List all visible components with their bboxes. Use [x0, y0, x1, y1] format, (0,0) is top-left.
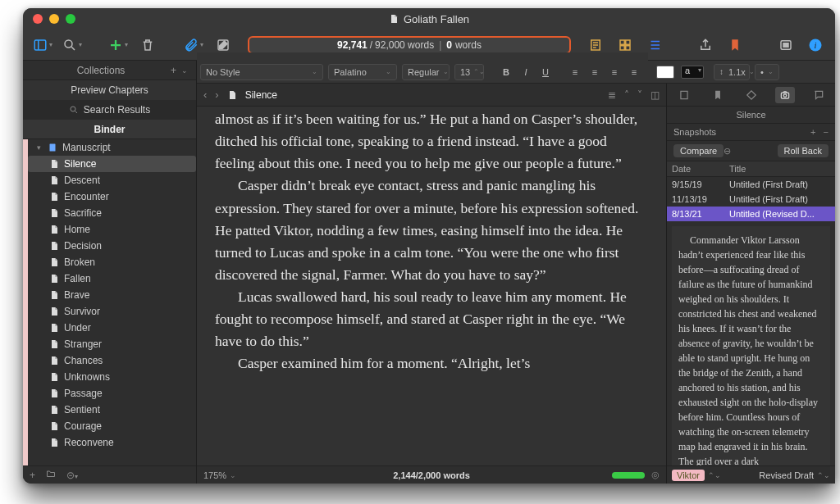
- binder-item-unknowns[interactable]: Unknowns: [28, 369, 196, 385]
- binder-item-under[interactable]: Under: [28, 320, 196, 336]
- underline-button[interactable]: U: [538, 62, 553, 82]
- compose-mode-button[interactable]: [774, 35, 797, 55]
- style-value: No Style: [206, 67, 240, 77]
- editor-doc-title: Silence: [245, 89, 277, 101]
- binder-item-encounter[interactable]: Encounter: [28, 188, 196, 205]
- scrivenings-down-icon[interactable]: ˅: [637, 89, 642, 101]
- traffic-lights: [33, 14, 75, 24]
- share-button[interactable]: [694, 35, 717, 55]
- binder-item-chances[interactable]: Chances: [28, 352, 196, 369]
- snapshot-preview: Commander Viktor Larsson hadn’t experien…: [672, 226, 830, 465]
- line-spacing-select[interactable]: ↕1.1x⌄: [714, 64, 750, 80]
- snapshot-row[interactable]: 9/15/19Untitled (First Draft): [667, 177, 835, 192]
- align-left-button[interactable]: ≡: [568, 62, 582, 82]
- outline-view-button[interactable]: [643, 35, 666, 55]
- binder-item-fallen[interactable]: Fallen: [28, 270, 196, 287]
- binder-item-silence[interactable]: Silence: [28, 156, 196, 172]
- compare-button[interactable]: Compare: [673, 144, 724, 157]
- remove-snapshot-button[interactable]: −: [824, 127, 829, 137]
- binder-item-reconvene[interactable]: Reconvene: [28, 434, 196, 451]
- tab-search-results[interactable]: Search Results: [23, 100, 196, 120]
- tab-preview-chapters[interactable]: Preview Chapters: [23, 80, 196, 100]
- highlight-swatch[interactable]: a▾: [681, 66, 704, 79]
- binder-folder-button[interactable]: [45, 469, 57, 481]
- font-select[interactable]: Palatino⌄: [328, 64, 397, 80]
- binder-manuscript[interactable]: ▾Manuscript: [28, 139, 196, 156]
- close-window-button[interactable]: [33, 14, 43, 24]
- trash-button[interactable]: [136, 35, 159, 55]
- wordcount-current: 92,741: [337, 39, 368, 51]
- view-mode-button[interactable]: ▾: [31, 35, 54, 55]
- binder-tree[interactable]: ▾ManuscriptSilenceDescentEncounterSacrif…: [28, 139, 196, 465]
- search-button[interactable]: ▾: [61, 35, 84, 55]
- binder-item-home[interactable]: Home: [28, 221, 196, 238]
- zoom-level[interactable]: 175%: [203, 470, 226, 480]
- svg-rect-19: [783, 43, 788, 47]
- corkboard-view-button[interactable]: [614, 35, 637, 55]
- inspector-toggle-button[interactable]: i: [804, 35, 827, 55]
- nav-back-button[interactable]: ‹: [203, 89, 207, 101]
- snapshots-label: Snapshots: [673, 127, 716, 137]
- zoom-window-button[interactable]: [66, 14, 75, 24]
- paragraph-style-select[interactable]: No Style⌄: [200, 64, 323, 80]
- minimize-window-button[interactable]: [49, 14, 59, 24]
- add-button[interactable]: ▾: [107, 35, 130, 55]
- editor-body[interactable]: almost as if it’s been waiting for us.” …: [197, 107, 666, 465]
- binder-item-decision[interactable]: Decision: [28, 238, 196, 254]
- add-snapshot-button[interactable]: +: [810, 127, 815, 137]
- wordcount-session: 0: [446, 39, 452, 51]
- binder-item-courage[interactable]: Courage: [28, 418, 196, 434]
- align-right-button[interactable]: ≡: [607, 62, 622, 82]
- collections-chevron-icon[interactable]: ⌄: [181, 66, 188, 75]
- attach-button[interactable]: ▾: [182, 35, 205, 55]
- compare-options-button[interactable]: ⊖: [724, 146, 731, 157]
- add-collection-button[interactable]: +: [171, 65, 176, 76]
- metadata-tab[interactable]: [742, 87, 761, 103]
- editor-wordcount[interactable]: 2,144/2,000 words: [393, 470, 470, 480]
- snapshot-date-header[interactable]: Date: [667, 161, 724, 176]
- label-tag[interactable]: Viktor: [672, 470, 705, 481]
- rollback-button[interactable]: Roll Back: [778, 144, 829, 157]
- binder-item-brave[interactable]: Brave: [28, 287, 196, 303]
- binder-item-passage[interactable]: Passage: [28, 385, 196, 402]
- word-count-target[interactable]: 92,741 / 92,000 words | 0 words: [248, 36, 571, 54]
- svg-point-27: [783, 93, 787, 97]
- binder-item-broken[interactable]: Broken: [28, 254, 196, 270]
- snapshot-row[interactable]: 11/13/19Untitled (First Draft): [667, 192, 835, 207]
- snapshot-title-header[interactable]: Title: [724, 161, 835, 176]
- target-settings-icon[interactable]: ◎: [651, 470, 660, 480]
- bookmarks-tab[interactable]: [708, 87, 728, 103]
- bookmark-button[interactable]: [724, 35, 746, 55]
- nav-forward-button[interactable]: ›: [215, 89, 218, 101]
- editor-paragraph: Casper didn’t break eye contact, stress …: [215, 175, 650, 286]
- text-color-swatch[interactable]: [656, 66, 674, 79]
- binder-item-sentient[interactable]: Sentient: [28, 402, 196, 418]
- notes-tab[interactable]: [674, 87, 694, 103]
- tab-binder[interactable]: Binder: [23, 120, 196, 139]
- binder-item-descent[interactable]: Descent: [28, 172, 196, 188]
- titlebar: Goliath Fallen: [23, 8, 835, 30]
- binder-item-stranger[interactable]: Stranger: [28, 336, 196, 352]
- scrivenings-up-icon[interactable]: ˄: [624, 89, 629, 101]
- snapshot-row[interactable]: 8/13/21Untitled (Revised D...: [667, 207, 835, 221]
- inspector-doc-title: Silence: [667, 107, 835, 124]
- revision-select[interactable]: Revised Draft⌃⌄: [759, 470, 830, 480]
- font-size-select[interactable]: 13⌃⌄: [454, 64, 484, 80]
- align-justify-button[interactable]: ≡: [627, 62, 641, 82]
- text-view-button[interactable]: [584, 35, 607, 55]
- font-weight-select[interactable]: Regular⌄: [402, 64, 450, 80]
- compose-button[interactable]: [212, 35, 235, 55]
- comments-tab[interactable]: [809, 87, 829, 103]
- bold-button[interactable]: B: [499, 62, 514, 82]
- document-icon: [389, 13, 399, 25]
- binder-add-button[interactable]: +: [30, 470, 35, 481]
- binder-gear-button[interactable]: ⊝▾: [66, 470, 78, 481]
- italic-button[interactable]: I: [518, 62, 533, 82]
- snapshots-tab[interactable]: [775, 87, 795, 103]
- align-center-button[interactable]: ≡: [587, 62, 602, 82]
- split-editor-icon[interactable]: ◫: [651, 89, 660, 101]
- list-style-select[interactable]: •⌄: [755, 64, 779, 80]
- outline-toggle-icon[interactable]: ≣: [608, 89, 616, 101]
- binder-item-survivor[interactable]: Survivor: [28, 303, 196, 320]
- binder-item-sacrifice[interactable]: Sacrifice: [28, 205, 196, 221]
